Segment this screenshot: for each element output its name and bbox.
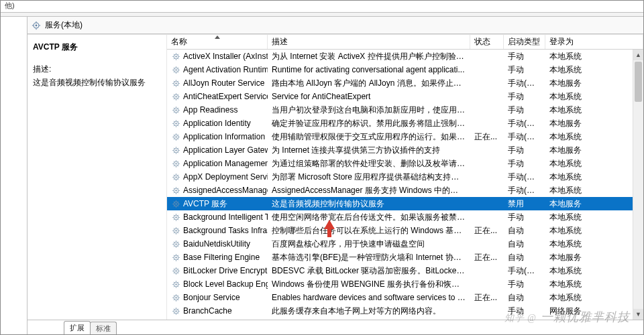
cell-desc: Runtime for activating conversational ag… <box>268 65 470 74</box>
service-row[interactable]: Base Filtering Engine基本筛选引擎(BFE)是一种管理防火墙… <box>167 251 643 264</box>
cell-desc: BDESVC 承载 BitLocker 驱动器加密服务。BitLocker 驱.… <box>268 265 470 277</box>
vertical-scrollbar[interactable]: ▲ ▼ <box>633 50 643 320</box>
svg-line-103 <box>178 179 178 180</box>
service-name-text: AVCTP 服务 <box>183 198 227 210</box>
col-name[interactable]: 名称 <box>167 35 268 49</box>
detail-pane: AVCTP 服务 描述: 这是音频视频控制传输协议服务 <box>28 35 167 320</box>
content-body: AVCTP 服务 描述: 这是音频视频控制传输协议服务 名称 描述 状态 启动类… <box>28 34 643 320</box>
svg-line-115 <box>173 192 174 193</box>
cell-name: Application Layer Gatewa... <box>167 145 268 155</box>
svg-point-67 <box>175 136 176 137</box>
menubar-fragment: 他) <box>1 1 643 13</box>
svg-line-105 <box>173 179 174 180</box>
cell-name: BranchCache <box>167 306 268 316</box>
col-status[interactable]: 状态 <box>470 35 504 49</box>
svg-line-44 <box>178 94 178 94</box>
service-row[interactable]: Background Intelligent T...使用空闲网络带宽在后台传送… <box>167 210 643 224</box>
svg-line-104 <box>178 174 178 175</box>
cell-name: AssignedAccessManager... <box>167 186 268 195</box>
svg-line-183 <box>178 286 178 287</box>
menu-fragment-text: 他) <box>5 1 15 11</box>
service-row[interactable]: AppX Deployment Servic...为部署 Microsoft S… <box>167 170 643 184</box>
service-row[interactable]: ActiveX Installer (AxInstSV)为从 Internet … <box>167 50 643 63</box>
cell-logon: 本地服务 <box>545 145 643 156</box>
svg-line-145 <box>173 232 174 233</box>
cell-desc: Windows 备份使用 WBENGINE 服务执行备份和恢复操... <box>268 279 470 290</box>
svg-line-64 <box>178 121 178 121</box>
svg-line-14 <box>178 54 178 54</box>
svg-line-34 <box>178 80 178 81</box>
svg-point-187 <box>175 297 176 298</box>
scroll-up-icon[interactable]: ▲ <box>633 50 643 60</box>
column-headers[interactable]: 名称 描述 状态 启动类型 登录为 <box>167 35 643 50</box>
cell-name: AllJoyn Router Service <box>167 78 268 88</box>
gear-icon <box>171 226 180 235</box>
svg-line-73 <box>178 139 178 139</box>
svg-line-132 <box>173 214 174 215</box>
gear-icon <box>171 92 180 101</box>
svg-line-15 <box>173 58 174 59</box>
svg-line-45 <box>173 98 174 99</box>
svg-line-24 <box>178 67 178 68</box>
service-row[interactable]: AntiCheatExpert ServiceService for AntiC… <box>167 90 643 103</box>
svg-line-74 <box>178 134 178 135</box>
service-row[interactable]: AVCTP 服务这是音频视频控制传输协议服务禁用本地服务 <box>167 197 643 210</box>
cell-desc: 为部署 Microsoft Store 应用程序提供基础结构支持。此... <box>268 172 470 183</box>
col-logon[interactable]: 登录为 <box>545 35 643 49</box>
service-row[interactable]: BitLocker Drive Encryptio...BDESVC 承载 Bi… <box>167 264 643 277</box>
service-row[interactable]: Application Information使用辅助管理权限便于交互式应用程序… <box>167 130 643 143</box>
cell-desc: Enables hardware devices and software se… <box>268 293 470 302</box>
cell-logon: 本地系统 <box>545 225 643 237</box>
svg-line-123 <box>178 206 178 206</box>
service-row[interactable]: App Readiness当用户初次登录到这台电脑和添加新应用时，使应用进入..… <box>167 103 643 117</box>
cell-desc: 为通过组策略部署的软件处理安装、删除以及枚举请求。... <box>268 158 470 170</box>
gear-icon <box>171 239 180 249</box>
cell-start: 自动 <box>504 252 545 263</box>
svg-line-164 <box>178 255 178 255</box>
svg-line-195 <box>173 299 174 300</box>
cell-name: Application Information <box>167 132 268 141</box>
service-row[interactable]: Application Management为通过组策略部署的软件处理安装、删除… <box>167 157 643 170</box>
svg-line-12 <box>173 54 174 54</box>
scroll-down-icon[interactable]: ▼ <box>633 309 643 320</box>
cell-name: AntiCheatExpert Service <box>167 92 268 101</box>
tab-extended[interactable]: 扩展 <box>64 321 91 335</box>
gear-icon <box>171 186 180 195</box>
cell-start: 手动 <box>504 306 545 317</box>
cell-start: 手动 <box>504 145 545 156</box>
service-row[interactable]: Background Tasks Infras...控制哪些后台任务可以在系统上… <box>167 224 643 237</box>
tab-standard[interactable]: 标准 <box>90 322 117 335</box>
col-desc[interactable]: 描述 <box>268 35 470 49</box>
service-row[interactable]: Block Level Backup Engi...Windows 备份使用 W… <box>167 277 643 291</box>
service-row[interactable]: Bonjour ServiceEnables hardware devices … <box>167 291 643 304</box>
service-name-text: Application Management <box>183 159 268 168</box>
service-row[interactable]: Agent Activation Runtime...Runtime for a… <box>167 63 643 76</box>
service-row[interactable]: CaptureService_6e082为调用 Windows.Graphics… <box>167 318 643 320</box>
tree-pane[interactable] <box>1 17 28 334</box>
svg-line-122 <box>173 201 174 202</box>
svg-line-114 <box>178 188 178 188</box>
svg-line-113 <box>178 192 178 193</box>
svg-point-177 <box>175 283 176 285</box>
cell-desc: 为调用 Windows.Graphics.Capture API 的应用程序启用… <box>268 319 470 320</box>
cell-start: 手动 <box>504 158 545 170</box>
svg-line-144 <box>178 228 178 228</box>
detail-desc-label: 描述: <box>33 64 160 75</box>
service-row[interactable]: BaiduNetdiskUtility百度网盘核心程序，用于快速申请磁盘空间自动… <box>167 237 643 251</box>
service-row[interactable]: BranchCache此服务缓存来自本地子网上对等方的网络内容。手动网络服务 <box>167 304 643 318</box>
service-row[interactable]: AssignedAccessManager...AssignedAccessMa… <box>167 184 643 197</box>
svg-line-193 <box>178 299 178 300</box>
service-row[interactable]: Application Identity确定并验证应用程序的标识。禁用此服务将阻… <box>167 117 643 130</box>
service-row[interactable]: AllJoyn Router Service路由本地 AllJoyn 客户端的 … <box>167 76 643 90</box>
service-list[interactable]: ActiveX Installer (AxInstSV)为从 Internet … <box>167 50 643 320</box>
service-row[interactable]: Application Layer Gatewa...为 Internet 连接… <box>167 143 643 157</box>
service-name-text: Application Identity <box>183 119 251 128</box>
cell-start: 自动 <box>504 225 545 237</box>
cell-logon: 本地系统 <box>545 185 643 196</box>
scroll-thumb[interactable] <box>635 62 642 102</box>
cell-logon: 本地系统 <box>545 105 643 116</box>
cell-name: AppX Deployment Servic... <box>167 172 268 182</box>
cell-start: 手动(触发... <box>504 185 545 196</box>
col-start[interactable]: 启动类型 <box>504 35 545 49</box>
cell-start: 手动(触发... <box>504 118 545 129</box>
